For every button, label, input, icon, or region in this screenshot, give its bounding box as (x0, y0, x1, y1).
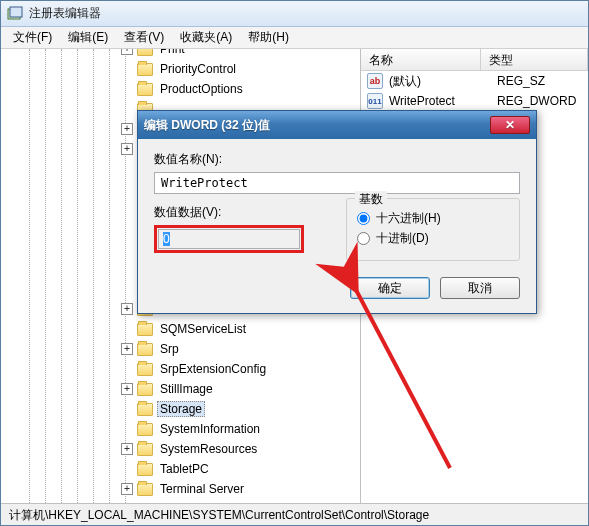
tree-item[interactable]: ProductOptions (1, 79, 360, 99)
value-type: REG_DWORD (497, 94, 576, 108)
tree-item-label: Srp (157, 341, 182, 357)
tree-item-label: Terminal Server (157, 481, 247, 497)
no-expand (121, 83, 133, 95)
value-data-highlight: 0 (154, 225, 304, 253)
value-type: REG_SZ (497, 74, 545, 88)
list-row[interactable]: ab(默认)REG_SZ (361, 71, 588, 91)
folder-icon (137, 63, 153, 76)
expand-icon[interactable]: + (121, 123, 133, 135)
no-expand (121, 223, 133, 235)
list-header[interactable]: 名称 类型 (361, 49, 588, 71)
no-expand (121, 363, 133, 375)
value-name-field: WriteProtect (154, 172, 520, 194)
dialog-body: 数值名称(N): WriteProtect 数值数据(V): 0 基数 十六进制… (138, 139, 536, 313)
folder-icon (137, 49, 153, 56)
expand-icon[interactable]: + (121, 343, 133, 355)
base-group-label: 基数 (355, 191, 387, 208)
cancel-button[interactable]: 取消 (440, 277, 520, 299)
svg-rect-1 (10, 7, 22, 17)
folder-icon (137, 443, 153, 456)
tree-item[interactable]: +Terminal Server (1, 479, 360, 499)
no-expand (121, 243, 133, 255)
string-value-icon: ab (367, 73, 383, 89)
no-expand (121, 203, 133, 215)
expand-icon[interactable]: + (121, 143, 133, 155)
dialog-titlebar[interactable]: 编辑 DWORD (32 位)值 ✕ (138, 111, 536, 139)
folder-icon (137, 463, 153, 476)
tree-item[interactable]: SystemInformation (1, 419, 360, 439)
tree-item[interactable]: Storage (1, 399, 360, 419)
no-expand (121, 283, 133, 295)
tree-item-label: StillImage (157, 381, 216, 397)
tree-item-label: SystemResources (157, 441, 260, 457)
tree-item[interactable]: SrpExtensionConfig (1, 359, 360, 379)
expand-icon[interactable]: + (121, 49, 133, 55)
value-name-label: 数值名称(N): (154, 151, 520, 168)
tree-item[interactable]: +StillImage (1, 379, 360, 399)
col-type[interactable]: 类型 (481, 49, 588, 70)
folder-icon (137, 483, 153, 496)
app-icon (7, 6, 23, 22)
status-path: 计算机\HKEY_LOCAL_MACHINE\SYSTEM\CurrentCon… (9, 508, 429, 522)
value-name: WriteProtect (389, 94, 497, 108)
menu-help[interactable]: 帮助(H) (240, 27, 297, 48)
radio-dec-input[interactable] (357, 232, 370, 245)
list-row[interactable]: 011WriteProtectREG_DWORD (361, 91, 588, 111)
no-expand (121, 183, 133, 195)
expand-icon[interactable]: + (121, 303, 133, 315)
tree-item-label: PriorityControl (157, 61, 239, 77)
tree-item[interactable]: +Srp (1, 339, 360, 359)
folder-icon (137, 363, 153, 376)
tree-item-label: TabletPC (157, 461, 212, 477)
no-expand (121, 323, 133, 335)
tree-item[interactable]: TabletPC (1, 459, 360, 479)
menu-favorites[interactable]: 收藏夹(A) (172, 27, 240, 48)
folder-icon (137, 323, 153, 336)
tree-item-label: SQMServiceList (157, 321, 249, 337)
titlebar: 注册表编辑器 (1, 1, 588, 27)
statusbar: 计算机\HKEY_LOCAL_MACHINE\SYSTEM\CurrentCon… (1, 503, 588, 525)
edit-dword-dialog: 编辑 DWORD (32 位)值 ✕ 数值名称(N): WriteProtect… (137, 110, 537, 314)
tree-item-label: Print (157, 49, 188, 57)
no-expand (121, 103, 133, 115)
value-data-input[interactable]: 0 (158, 229, 300, 249)
col-name[interactable]: 名称 (361, 49, 481, 70)
menu-file[interactable]: 文件(F) (5, 27, 60, 48)
radio-dec[interactable]: 十进制(D) (357, 230, 509, 247)
menubar: 文件(F) 编辑(E) 查看(V) 收藏夹(A) 帮助(H) (1, 27, 588, 49)
tree-item-label: ProductOptions (157, 81, 246, 97)
tree-item[interactable]: SQMServiceList (1, 319, 360, 339)
expand-icon[interactable]: + (121, 383, 133, 395)
no-expand (121, 63, 133, 75)
radio-hex[interactable]: 十六进制(H) (357, 210, 509, 227)
tree-item-label: SrpExtensionConfig (157, 361, 269, 377)
no-expand (121, 423, 133, 435)
menu-edit[interactable]: 编辑(E) (60, 27, 116, 48)
expand-icon[interactable]: + (121, 483, 133, 495)
no-expand (121, 403, 133, 415)
expand-icon[interactable]: + (121, 443, 133, 455)
window-title: 注册表编辑器 (29, 5, 101, 22)
folder-icon (137, 343, 153, 356)
tree-item-label: SystemInformation (157, 421, 263, 437)
tree-item[interactable]: +Print (1, 49, 360, 59)
tree-item[interactable]: +SystemResources (1, 439, 360, 459)
folder-icon (137, 403, 153, 416)
close-icon[interactable]: ✕ (490, 116, 530, 134)
value-data-label: 数值数据(V): (154, 204, 328, 221)
no-expand (121, 463, 133, 475)
dword-value-icon: 011 (367, 93, 383, 109)
no-expand (121, 263, 133, 275)
folder-icon (137, 423, 153, 436)
ok-button[interactable]: 确定 (350, 277, 430, 299)
value-name: (默认) (389, 73, 497, 90)
dialog-title: 编辑 DWORD (32 位)值 (144, 117, 270, 134)
radio-hex-input[interactable] (357, 212, 370, 225)
folder-icon (137, 83, 153, 96)
tree-item[interactable]: PriorityControl (1, 59, 360, 79)
tree-item-label: Storage (157, 401, 205, 417)
base-group: 基数 十六进制(H) 十进制(D) (346, 198, 520, 261)
menu-view[interactable]: 查看(V) (116, 27, 172, 48)
no-expand (121, 163, 133, 175)
folder-icon (137, 383, 153, 396)
